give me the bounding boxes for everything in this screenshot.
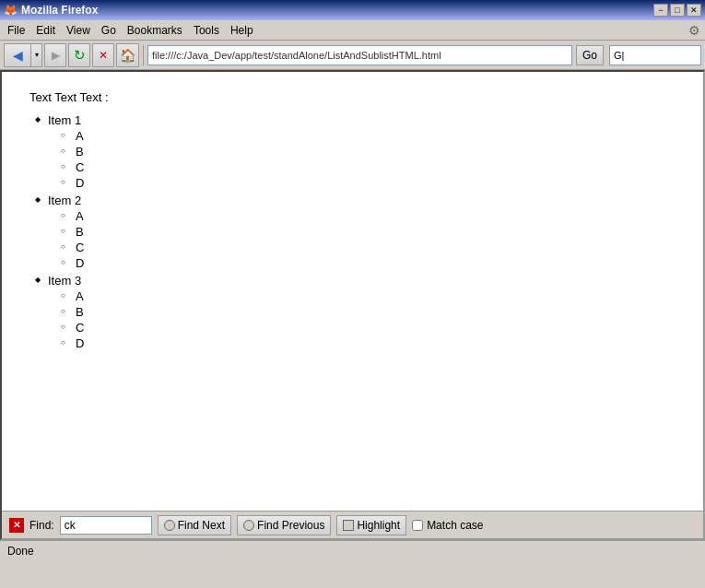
browser-wrapper: Text Text Text : Item 1 A B C D Item 2 A… xyxy=(0,70,705,540)
status-bar: Done xyxy=(0,540,705,560)
menu-help[interactable]: Help xyxy=(225,22,259,39)
forward-arrow-icon: ▶ xyxy=(52,49,60,62)
menu-edit[interactable]: Edit xyxy=(30,22,61,39)
back-button[interactable]: ◀ xyxy=(4,43,31,67)
list-item: C xyxy=(76,241,676,254)
forward-button[interactable]: ▶ xyxy=(44,43,66,67)
toolbar-separator-1 xyxy=(143,45,144,65)
find-close-button[interactable]: ✕ xyxy=(9,518,24,533)
list-item-1: Item 1 A B C D xyxy=(48,113,676,190)
list-item: C xyxy=(76,321,676,335)
back-arrow-icon: ◀ xyxy=(13,48,23,63)
toolbar-search-input[interactable] xyxy=(609,45,701,65)
home-button[interactable]: 🏠 xyxy=(116,43,139,67)
find-previous-button[interactable]: Find Previous xyxy=(237,515,331,535)
list-item: B xyxy=(76,145,676,159)
stop-icon: ✕ xyxy=(99,49,108,62)
main-list: Item 1 A B C D Item 2 A B C D Item 3 xyxy=(29,113,676,350)
dropdown-arrow-icon: ▾ xyxy=(35,51,39,59)
find-previous-icon xyxy=(243,520,254,531)
list-item-3: Item 3 A B C D xyxy=(48,274,676,350)
status-text: Done xyxy=(7,545,34,558)
list-item: D xyxy=(76,176,676,190)
list-item: B xyxy=(76,225,676,239)
title-bar: 🦊 Mozilla Firefox − □ ✕ xyxy=(0,0,705,20)
firefox-icon: 🦊 xyxy=(4,4,18,17)
find-next-button[interactable]: Find Next xyxy=(158,515,231,535)
find-next-icon xyxy=(164,520,175,531)
menu-view[interactable]: View xyxy=(61,22,96,39)
menu-tools[interactable]: Tools xyxy=(188,22,225,39)
go-button[interactable]: Go xyxy=(576,45,604,65)
menu-bar: File Edit View Go Bookmarks Tools Help ⚙ xyxy=(0,20,705,41)
address-bar-container xyxy=(147,43,572,67)
item-1-label: Item 1 xyxy=(48,113,81,127)
list-item: D xyxy=(76,256,676,270)
sub-list-3: A B C D xyxy=(48,289,676,350)
list-item: A xyxy=(76,129,676,143)
find-bar: ✕ Find: Find Next Find Previous Highligh… xyxy=(2,511,703,538)
match-case-text: Match case xyxy=(427,519,483,532)
highlight-button[interactable]: Highlight xyxy=(336,515,406,535)
highlight-icon xyxy=(343,520,354,531)
item-3-label: Item 3 xyxy=(48,274,81,288)
title-bar-text: Mozilla Firefox xyxy=(21,4,98,17)
list-item: A xyxy=(76,209,676,223)
find-input[interactable] xyxy=(60,516,152,535)
stop-button[interactable]: ✕ xyxy=(92,43,114,67)
home-icon: 🏠 xyxy=(120,48,135,63)
settings-icon[interactable]: ⚙ xyxy=(685,21,703,40)
list-item-2: Item 2 A B C D xyxy=(48,194,676,270)
list-item: D xyxy=(76,336,676,350)
menu-file[interactable]: File xyxy=(2,22,30,39)
intro-text: Text Text Text : xyxy=(29,90,676,104)
refresh-icon: ↻ xyxy=(74,47,86,64)
match-case-checkbox[interactable] xyxy=(412,520,423,531)
maximize-button[interactable]: □ xyxy=(670,4,685,17)
toolbar: ◀ ▾ ▶ ↻ ✕ 🏠 Go xyxy=(0,41,705,70)
minimize-button[interactable]: − xyxy=(653,4,668,17)
sub-list-2: A B C D xyxy=(48,209,676,270)
list-item: C xyxy=(76,160,676,174)
item-2-label: Item 2 xyxy=(48,194,81,207)
find-label: Find: xyxy=(29,519,54,532)
sub-list-1: A B C D xyxy=(48,129,676,190)
list-item: A xyxy=(76,289,676,303)
list-item: B xyxy=(76,305,676,319)
match-case-label: Match case xyxy=(412,519,483,532)
content-area: Text Text Text : Item 1 A B C D Item 2 A… xyxy=(2,72,703,511)
menu-go[interactable]: Go xyxy=(96,22,122,39)
refresh-button[interactable]: ↻ xyxy=(68,43,90,67)
menu-bookmarks[interactable]: Bookmarks xyxy=(122,22,188,39)
back-dropdown-button[interactable]: ▾ xyxy=(31,43,42,67)
close-button[interactable]: ✕ xyxy=(687,4,701,17)
address-bar-input[interactable] xyxy=(147,45,572,65)
